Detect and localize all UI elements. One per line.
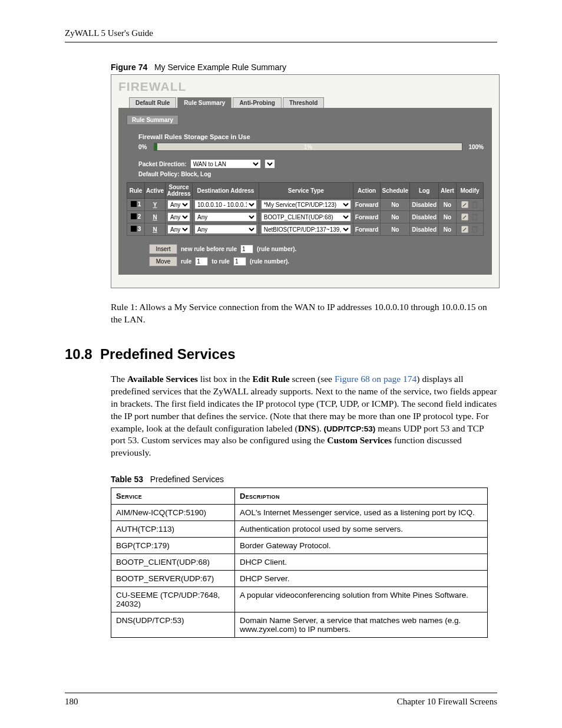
svc-col-description: Description <box>235 488 488 505</box>
section-title: Predefined Services <box>100 346 235 362</box>
rule-schedule: No <box>381 223 410 236</box>
figure-caption: Figure 74 My Service Example Rule Summar… <box>111 62 497 72</box>
svc-col-service: Service <box>111 488 235 505</box>
table-row: AUTH(TCP:113)Authentication protocol use… <box>111 521 488 538</box>
service-description: Border Gateway Protocol. <box>235 538 488 554</box>
rule-action: Forward <box>353 223 380 236</box>
source-address-select[interactable]: Any <box>167 225 190 234</box>
rule-active[interactable]: Y <box>145 199 166 211</box>
col-alert: Alert <box>439 183 457 199</box>
col-modify: Modify <box>457 183 484 199</box>
rule-log: Disabled <box>410 223 439 236</box>
table-row: DNS(UDP/TCP:53)Domain Name Server, a ser… <box>111 612 488 638</box>
rule-log: Disabled <box>410 199 439 211</box>
service-description: A popular videoconferencing solution fro… <box>235 587 488 612</box>
tab-bar: Default Rule Rule Summary Anti-Probing T… <box>129 97 492 108</box>
service-name: CU-SEEME (TCP/UDP:7648, 24032) <box>111 587 235 612</box>
tab-anti-probing[interactable]: Anti-Probing <box>233 97 282 108</box>
table-caption: Table 53 Predefined Services <box>111 475 497 484</box>
pct-right: 100% <box>468 144 484 150</box>
move-text-2: to rule <box>211 258 230 265</box>
rule-handle-icon[interactable] <box>131 201 137 207</box>
col-src: Source Address <box>166 183 193 199</box>
col-active: Active <box>145 183 166 199</box>
tab-default-rule[interactable]: Default Rule <box>129 97 176 108</box>
rule-alert: No <box>439 223 457 236</box>
delete-icon[interactable] <box>471 213 479 221</box>
service-name: AUTH(TCP:113) <box>111 521 235 538</box>
predefined-services-paragraph: The Available Services list box in the E… <box>111 373 497 459</box>
service-name: BOOTP_SERVER(UDP:67) <box>111 571 235 587</box>
pct-left: 0% <box>138 144 154 150</box>
delete-icon[interactable] <box>471 200 479 209</box>
rule-active[interactable]: N <box>145 211 166 223</box>
figure-link[interactable]: Figure 68 on page 174 <box>335 374 416 384</box>
source-address-select[interactable]: Any <box>167 212 190 222</box>
rule-number: 3 <box>138 226 141 232</box>
edit-icon[interactable] <box>461 200 469 209</box>
rule-handle-icon[interactable] <box>131 213 137 219</box>
service-type-select[interactable]: NetBIOS(TCP/UDP:137~139,445) <box>261 225 351 234</box>
table-row: 3NAnyAnyNetBIOS(TCP/UDP:137~139,445)Forw… <box>127 223 484 236</box>
destination-address-select[interactable]: Any <box>194 212 257 222</box>
subtab-rule-summary: Rule Summary <box>127 115 178 125</box>
page-header: ZyWALL 5 User's Guide <box>65 28 497 42</box>
move-button[interactable]: Move <box>149 256 177 266</box>
page-footer: 180 Chapter 10 Firewall Screens <box>65 693 497 707</box>
col-schedule: Schedule <box>381 183 410 199</box>
service-description: DHCP Server. <box>235 571 488 587</box>
table-label: Table 53 <box>111 475 143 484</box>
col-log: Log <box>410 183 439 199</box>
svg-rect-1 <box>472 203 477 208</box>
default-policy: Default Policy: Block, Log <box>138 171 484 177</box>
service-name: DNS(UDP/TCP:53) <box>111 612 235 638</box>
insert-rule-number[interactable] <box>240 245 253 253</box>
storage-pct: 1% <box>304 143 312 151</box>
table-row: 2NAnyAnyBOOTP_CLIENT(UDP:68)ForwardNoDis… <box>127 211 484 223</box>
col-rule: Rule <box>127 183 145 199</box>
move-text-1: rule <box>181 258 191 265</box>
tab-threshold[interactable]: Threshold <box>283 97 324 108</box>
tab-panel: Rule Summary Firewall Rules Storage Spac… <box>118 108 492 275</box>
edit-icon[interactable] <box>461 225 469 233</box>
rule-active[interactable]: N <box>145 223 166 236</box>
service-description: Authentication protocol used by some ser… <box>235 521 488 538</box>
table-row: BOOTP_SERVER(UDP:67)DHCP Server. <box>111 571 488 587</box>
rule-schedule: No <box>381 199 410 211</box>
edit-icon[interactable] <box>461 213 469 221</box>
storage-bar: 1% <box>154 143 462 151</box>
rule1-description: Rule 1: Allows a My Service connection f… <box>111 301 497 326</box>
rule-handle-icon[interactable] <box>131 226 137 232</box>
section-number: 10.8 <box>65 346 92 362</box>
rules-table: Rule Active Source Address Destination A… <box>127 182 484 236</box>
storage-bar-row: 0% 1% 100% <box>138 143 484 151</box>
svg-rect-2 <box>472 202 478 203</box>
app-title: FIREWALL <box>118 80 492 94</box>
rule-alert: No <box>439 199 457 211</box>
service-type-select[interactable]: *My Service(TCP/UDP:123) <box>261 200 351 209</box>
service-description: AOL's Internet Messenger service, used a… <box>235 505 488 521</box>
table-row: BOOTP_CLIENT(UDP:68)DHCP Client. <box>111 554 488 571</box>
figure-title: My Service Example Rule Summary <box>154 62 286 72</box>
move-from[interactable] <box>195 257 208 266</box>
firewall-screenshot: FIREWALL Default Rule Rule Summary Anti-… <box>111 74 500 288</box>
insert-button[interactable]: Insert <box>149 244 177 254</box>
source-address-select[interactable]: Any <box>167 200 190 209</box>
insert-text-1: new rule before rule <box>181 246 237 252</box>
table-row: CU-SEEME (TCP/UDP:7648, 24032)A popular … <box>111 587 488 612</box>
svg-rect-8 <box>472 226 478 228</box>
figure-label: Figure 74 <box>111 62 147 72</box>
packet-direction-label: Packet Direction: <box>138 161 187 167</box>
service-type-select[interactable]: BOOTP_CLIENT(UDP:68) <box>261 212 351 222</box>
tab-rule-summary[interactable]: Rule Summary <box>177 97 232 108</box>
storage-fill <box>154 143 157 150</box>
move-text-3: (rule number). <box>250 258 289 265</box>
packet-direction-select[interactable]: WAN to LAN <box>190 159 261 169</box>
destination-address-select[interactable]: Any <box>194 225 257 234</box>
col-svc: Service Type <box>259 183 353 199</box>
rule-number: 2 <box>138 213 141 220</box>
delete-icon[interactable] <box>471 225 479 233</box>
packet-direction-extra[interactable] <box>265 159 275 169</box>
move-to[interactable] <box>233 257 246 266</box>
destination-address-select[interactable]: 10.0.0.10 - 10.0.0.15 <box>194 200 257 209</box>
